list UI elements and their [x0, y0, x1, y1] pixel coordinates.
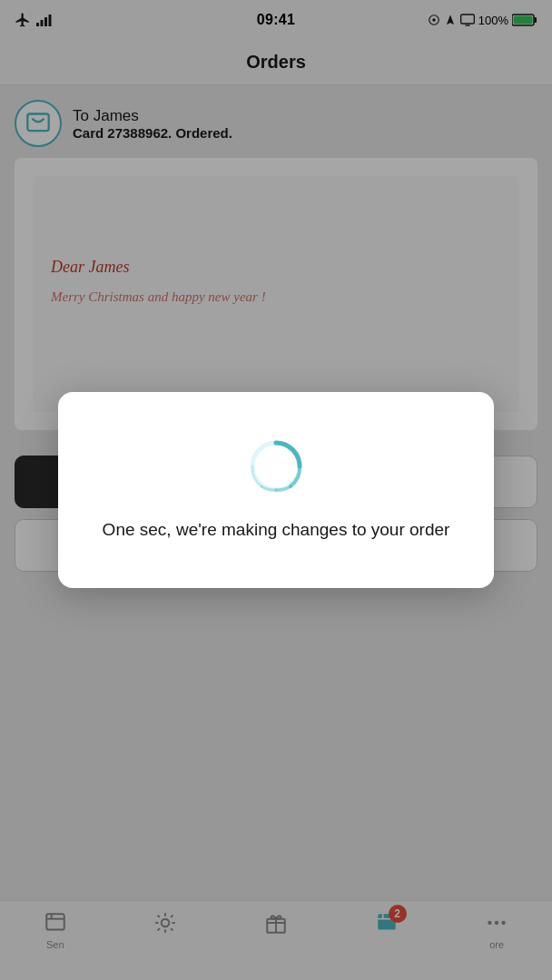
- loading-spinner: [247, 437, 305, 495]
- modal-dialog: One sec, we're making changes to your or…: [58, 392, 494, 589]
- overlay: One sec, we're making changes to your or…: [0, 0, 552, 980]
- modal-message: One sec, we're making changes to your or…: [103, 517, 450, 544]
